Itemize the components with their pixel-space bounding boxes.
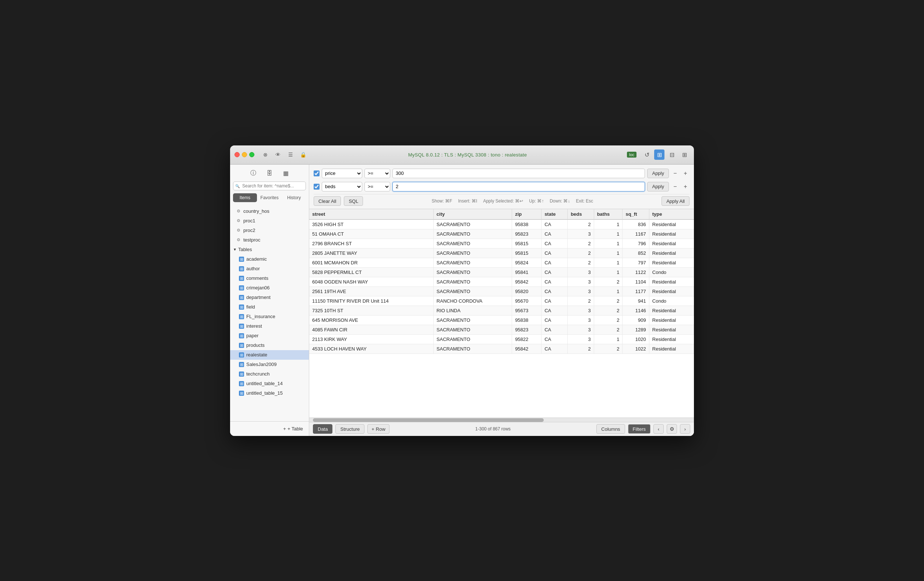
- settings-button[interactable]: ⚙: [667, 424, 677, 434]
- back-icon[interactable]: ⊗: [260, 150, 271, 160]
- filter-1-remove-button[interactable]: −: [671, 169, 679, 177]
- table-row[interactable]: 51 OMAHA CTSACRAMENTO95823CA311167Reside…: [309, 229, 694, 239]
- filter-1-field[interactable]: price: [322, 168, 362, 178]
- loc-badge: loc: [627, 152, 637, 158]
- split-view-button[interactable]: ⊟: [667, 150, 677, 160]
- sidebar-item-techcrunch[interactable]: techcrunch: [230, 369, 309, 379]
- filters-button[interactable]: Filters: [628, 424, 650, 434]
- table-row[interactable]: 4085 FAWN CIRSACRAMENTO95823CA321289Resi…: [309, 325, 694, 334]
- sidebar-item-FL_insurance[interactable]: FL_insurance: [230, 312, 309, 322]
- cell-street: 645 MORRISON AVE: [309, 315, 433, 325]
- table-row[interactable]: 5828 PEPPERMILL CTSACRAMENTO95841CA31112…: [309, 267, 694, 277]
- sidebar-item-label: FL_insurance: [246, 314, 276, 319]
- sidebar-item-interest[interactable]: interest: [230, 322, 309, 331]
- table-row[interactable]: 6048 OGDEN NASH WAYSACRAMENTO95842CA3211…: [309, 277, 694, 286]
- filter-1-operator[interactable]: >=: [365, 168, 390, 178]
- lock-icon[interactable]: 🔒: [298, 150, 308, 160]
- apply-all-button[interactable]: Apply All: [662, 196, 690, 206]
- scroll-thumb[interactable]: [313, 418, 544, 422]
- filter-1-apply-button[interactable]: Apply: [647, 168, 669, 178]
- cell-beds: 2: [568, 220, 594, 229]
- filter-2-remove-button[interactable]: −: [671, 183, 679, 191]
- filter-2-checkbox[interactable]: [314, 184, 320, 190]
- col-city[interactable]: city: [433, 209, 512, 220]
- col-type[interactable]: type: [649, 209, 694, 220]
- maximize-button[interactable]: [249, 152, 254, 157]
- sql-button[interactable]: SQL: [344, 196, 363, 206]
- search-input[interactable]: [233, 182, 306, 190]
- eye-icon[interactable]: 👁: [273, 150, 283, 160]
- sidebar-item-crimejan06[interactable]: crimejan06: [230, 283, 309, 293]
- col-beds[interactable]: beds: [568, 209, 594, 220]
- table-row[interactable]: 11150 TRINITY RIVER DR Unit 114RANCHO CO…: [309, 296, 694, 305]
- table-row[interactable]: 2113 KIRK WAYSACRAMENTO95822CA311020Resi…: [309, 334, 694, 344]
- tab-favorites[interactable]: Favorites: [258, 193, 282, 202]
- filter-2-field[interactable]: beds: [322, 182, 362, 191]
- horizontal-scrollbar[interactable]: [309, 418, 694, 422]
- cell-city: SACRAMENTO: [433, 334, 512, 344]
- sidebar-item-paper[interactable]: paper: [230, 331, 309, 340]
- col-state[interactable]: state: [541, 209, 568, 220]
- col-zip[interactable]: zip: [512, 209, 541, 220]
- table-row[interactable]: 6001 MCMAHON DRSACRAMENTO95824CA21797Res…: [309, 258, 694, 267]
- col-baths[interactable]: baths: [594, 209, 622, 220]
- sidebar-db-icon[interactable]: 🗄: [263, 168, 276, 178]
- table-row[interactable]: 7325 10TH STRIO LINDA95673CA321146Reside…: [309, 305, 694, 315]
- tab-structure[interactable]: Structure: [335, 424, 365, 434]
- sidebar-item-field[interactable]: field: [230, 302, 309, 312]
- filter-toolbar: Clear All SQL Show: ⌘F Insert: ⌘I Apply …: [314, 194, 690, 206]
- next-button[interactable]: ›: [680, 424, 690, 434]
- tables-section[interactable]: ▼ Tables: [230, 245, 309, 254]
- sidebar-item-products[interactable]: products: [230, 340, 309, 350]
- filter-2-apply-button[interactable]: Apply: [647, 182, 669, 191]
- sidebar-item-academic[interactable]: academic: [230, 254, 309, 264]
- sidebar-item-untitled_table_15[interactable]: untitled_table_15: [230, 388, 309, 398]
- tab-data[interactable]: Data: [313, 424, 332, 434]
- filter-1-add-button[interactable]: +: [681, 169, 690, 177]
- col-street[interactable]: street: [309, 209, 433, 220]
- prev-button[interactable]: ‹: [653, 424, 664, 434]
- cell-beds: 2: [568, 248, 594, 258]
- sidebar-item-SalesJan2009[interactable]: SalesJan2009: [230, 360, 309, 369]
- list-icon[interactable]: ☰: [285, 150, 295, 160]
- sidebar-item-proc2[interactable]: ⚙ proc2: [230, 226, 309, 235]
- tab-items[interactable]: Items: [233, 193, 257, 202]
- filter-2-add-button[interactable]: +: [681, 183, 690, 191]
- table-row[interactable]: 645 MORRISON AVESACRAMENTO95838CA32909Re…: [309, 315, 694, 325]
- sidebar-item-testproc[interactable]: ⚙ testproc: [230, 235, 309, 245]
- sidebar-toggle-button[interactable]: ⊞: [679, 150, 690, 160]
- table-row[interactable]: 2561 19TH AVESACRAMENTO95820CA311177Resi…: [309, 286, 694, 296]
- filter-1-checkbox[interactable]: [314, 170, 320, 177]
- data-table-container[interactable]: street city zip state beds baths sq_ft t…: [309, 209, 694, 418]
- search-box[interactable]: [233, 182, 306, 190]
- sidebar-item-country_hos[interactable]: ⚙ country_hos: [230, 206, 309, 216]
- sidebar-item-untitled_table_14[interactable]: untitled_table_14: [230, 379, 309, 388]
- table-row[interactable]: 2805 JANETTE WAYSACRAMENTO95815CA21852Re…: [309, 248, 694, 258]
- tab-history[interactable]: History: [282, 193, 306, 202]
- filter-1-value[interactable]: [393, 168, 645, 178]
- sidebar-info-icon[interactable]: ⓘ: [247, 168, 260, 178]
- filter-2-operator[interactable]: >=: [365, 182, 390, 191]
- table-view-button[interactable]: ⊞: [654, 150, 665, 160]
- sidebar-table-icon[interactable]: ▦: [279, 168, 292, 178]
- close-button[interactable]: [234, 152, 240, 157]
- sidebar-item-comments[interactable]: comments: [230, 274, 309, 283]
- filter-2-value[interactable]: [393, 182, 645, 191]
- cell-baths: 1: [594, 286, 622, 296]
- table-row[interactable]: 3526 HIGH STSACRAMENTO95838CA21836Reside…: [309, 220, 694, 229]
- refresh-button[interactable]: ↺: [642, 150, 652, 160]
- cell-beds: 3: [568, 286, 594, 296]
- clear-all-button[interactable]: Clear All: [314, 196, 341, 206]
- sidebar-item-realestate[interactable]: realestate: [230, 350, 309, 360]
- add-row-button[interactable]: + Row: [367, 424, 389, 434]
- columns-button[interactable]: Columns: [596, 424, 625, 434]
- cell-type: Residential: [649, 325, 694, 334]
- minimize-button[interactable]: [242, 152, 247, 157]
- col-sq_ft[interactable]: sq_ft: [622, 209, 649, 220]
- table-row[interactable]: 4533 LOCH HAVEN WAYSACRAMENTO95842CA2210…: [309, 344, 694, 353]
- add-table-button[interactable]: + + Table: [280, 424, 306, 433]
- sidebar-item-department[interactable]: department: [230, 293, 309, 302]
- sidebar-item-author[interactable]: author: [230, 264, 309, 274]
- sidebar-item-proc1[interactable]: ⚙ proc1: [230, 216, 309, 226]
- table-row[interactable]: 2796 BRANCH STSACRAMENTO95815CA21796Resi…: [309, 239, 694, 248]
